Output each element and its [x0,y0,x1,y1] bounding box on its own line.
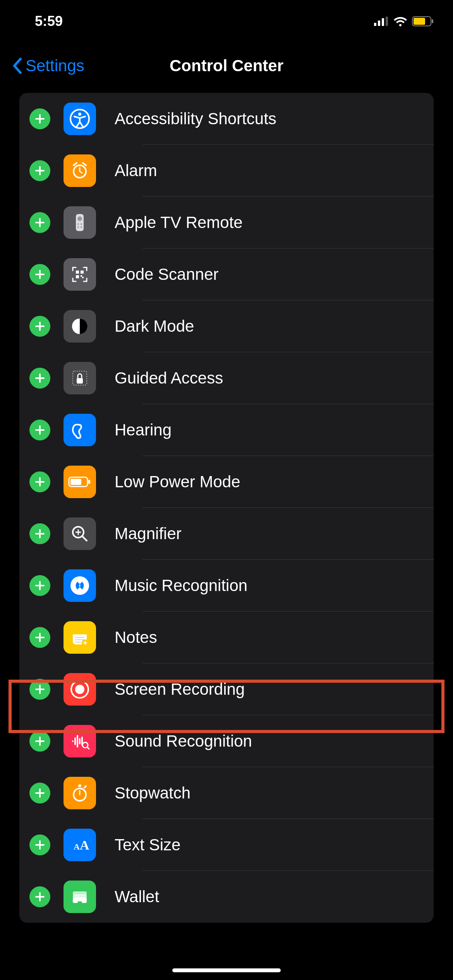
control-label: Dark Mode [115,317,194,336]
add-button[interactable] [29,679,50,700]
svg-text:A: A [80,838,89,852]
svg-point-35 [75,685,84,694]
back-button[interactable]: Settings [12,57,84,75]
control-label: Text Size [115,836,180,854]
more-controls-list: Accessibility ShortcutsAlarmApple TV Rem… [19,93,434,923]
control-row-dark-mode[interactable]: Dark Mode [19,300,434,352]
svg-point-12 [77,216,82,221]
svg-rect-18 [81,271,84,274]
control-label: Accessibility Shortcuts [115,110,276,128]
control-row-screen-recording[interactable]: Screen Recording [19,663,434,715]
control-label: Music Recognition [115,576,247,595]
remote-icon [63,206,96,239]
add-button[interactable] [29,264,50,285]
chevron-left-icon [12,57,22,74]
add-button[interactable] [29,731,50,752]
control-row-magnifier[interactable]: Magnifier [19,508,434,560]
svg-text:A: A [74,842,80,852]
svg-point-14 [81,223,82,225]
add-button[interactable] [29,783,50,804]
lock-icon [63,362,96,394]
svg-point-16 [81,226,82,228]
control-row-apple-tv-remote[interactable]: Apple TV Remote [19,197,434,248]
add-button[interactable] [29,316,50,337]
add-button[interactable] [29,420,50,440]
wallet-icon [63,881,96,913]
svg-rect-17 [76,271,79,274]
svg-rect-6 [432,19,433,23]
svg-rect-45 [77,901,82,903]
control-row-music-recognition[interactable]: Music Recognition [19,560,434,612]
svg-rect-3 [386,17,388,26]
control-label: Guided Access [115,369,223,387]
sound-icon [63,725,96,757]
svg-rect-24 [77,378,83,384]
wifi-icon [393,16,407,26]
accessibility-icon [63,103,96,135]
control-label: Notes [115,628,157,647]
svg-rect-5 [414,18,425,25]
control-label: Low Power Mode [115,473,240,491]
control-row-wallet[interactable]: Wallet [19,871,434,923]
add-button[interactable] [29,212,50,233]
battery-icon [63,466,96,498]
textsize-icon: AA [63,829,96,861]
svg-rect-26 [70,479,81,485]
svg-point-8 [78,113,81,116]
qr-icon [63,258,96,291]
control-row-guided-access[interactable]: Guided Access [19,352,434,404]
magnifier-icon [63,517,96,550]
add-button[interactable] [29,627,50,648]
control-row-alarm[interactable]: Alarm [19,145,434,197]
stopwatch-icon [63,777,96,809]
control-row-text-size[interactable]: AAText Size [19,819,434,871]
control-label: Apple TV Remote [115,213,243,232]
alarm-icon [63,154,96,187]
control-label: Alarm [115,161,157,180]
svg-point-15 [77,226,79,228]
control-row-stopwatch[interactable]: Stopwatch [19,767,434,819]
control-row-low-power-mode[interactable]: Low Power Mode [19,456,434,508]
add-button[interactable] [29,108,50,129]
svg-point-13 [77,223,79,225]
svg-rect-2 [382,18,384,26]
control-label: Screen Recording [115,680,245,699]
status-time: 5:59 [35,13,63,29]
page-title: Control Center [170,57,283,75]
control-label: Stopwatch [115,784,190,802]
svg-rect-32 [73,633,87,634]
add-button[interactable] [29,575,50,596]
svg-rect-0 [374,23,376,26]
darkmode-icon [63,310,96,343]
control-row-code-scanner[interactable]: Code Scanner [19,248,434,300]
record-icon [63,673,96,706]
add-button[interactable] [29,160,50,181]
svg-rect-21 [82,277,84,278]
control-label: Wallet [115,887,159,906]
battery-icon [412,16,434,26]
add-button[interactable] [29,523,50,544]
control-label: Sound Recognition [115,732,252,750]
ear-icon [63,414,96,446]
svg-rect-19 [76,275,79,278]
svg-rect-27 [88,480,90,484]
status-bar: 5:59 [0,0,453,39]
home-indicator[interactable] [172,968,281,972]
control-label: Hearing [115,421,172,439]
control-row-notes[interactable]: Notes [19,612,434,663]
control-label: Magnifier [115,524,182,543]
svg-point-29 [70,576,89,595]
control-label: Code Scanner [115,265,219,284]
add-button[interactable] [29,368,50,389]
control-row-accessibility-shortcuts[interactable]: Accessibility Shortcuts [19,93,434,145]
add-button[interactable] [29,886,50,907]
back-label: Settings [26,57,84,75]
control-row-hearing[interactable]: Hearing [19,404,434,456]
add-button[interactable] [29,471,50,492]
notes-icon [63,621,96,654]
svg-rect-1 [378,21,380,26]
control-row-sound-recognition[interactable]: Sound Recognition [19,715,434,767]
add-button[interactable] [29,834,50,855]
svg-rect-39 [78,785,81,787]
shazam-icon [63,569,96,602]
